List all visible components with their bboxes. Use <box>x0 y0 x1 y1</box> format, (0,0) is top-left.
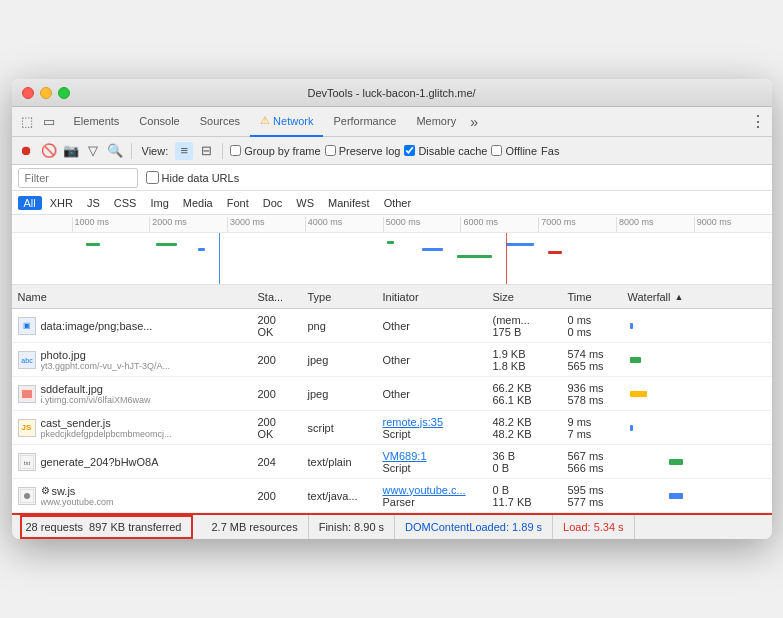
ruler-2000: 2000 ms <box>149 217 227 232</box>
type-img-button[interactable]: Img <box>144 196 174 210</box>
cell-waterfall-4 <box>628 411 766 444</box>
table-row[interactable]: ⚙ sw.js www.youtube.com 200 text/java...… <box>12 479 772 513</box>
cell-time-2: 574 ms 565 ms <box>568 348 628 372</box>
search-icon[interactable]: 🔍 <box>106 142 124 160</box>
table-header: Name Sta... Type Initiator Size Time Wat… <box>12 285 772 309</box>
table-row[interactable]: abc photo.jpg yt3.ggpht.com/-vu_v-hJT-3Q… <box>12 343 772 377</box>
fast-3g-label: Fas <box>541 145 559 157</box>
filter-input[interactable] <box>18 168 138 188</box>
cell-name-5: txt generate_204?bHwO8A <box>18 453 258 471</box>
timeline-bar-blue2 <box>422 248 443 251</box>
type-doc-button[interactable]: Doc <box>257 196 289 210</box>
cell-size-2: 1.9 KB 1.8 KB <box>493 348 568 372</box>
type-all-button[interactable]: All <box>18 196 42 210</box>
cell-name-2: abc photo.jpg yt3.ggpht.com/-vu_v-hJT-3Q… <box>18 349 258 371</box>
ruler-6000: 6000 ms <box>460 217 538 232</box>
title-bar: DevTools - luck-bacon-1.glitch.me/ <box>12 79 772 107</box>
type-manifest-button[interactable]: Manifest <box>322 196 376 210</box>
tab-performance[interactable]: Performance <box>323 107 406 137</box>
type-font-button[interactable]: Font <box>221 196 255 210</box>
ruler-7000: 7000 ms <box>538 217 616 232</box>
sort-arrow-icon: ▲ <box>675 292 684 302</box>
tab-network[interactable]: ⚠ Network <box>250 107 323 137</box>
svg-point-7 <box>24 493 30 499</box>
table-row[interactable]: sddefault.jpg i.ytimg.com/vi/6lfaiXM6waw… <box>12 377 772 411</box>
cell-time-1: 0 ms 0 ms <box>568 314 628 338</box>
traffic-lights <box>22 87 70 99</box>
tab-sources[interactable]: Sources <box>190 107 250 137</box>
stop-button[interactable]: 🚫 <box>40 142 58 160</box>
file-icon-5: txt <box>18 453 36 471</box>
cell-name-text-2: photo.jpg yt3.ggpht.com/-vu_v-hJT-3Q/A..… <box>41 349 171 371</box>
wf-bar-6 <box>669 493 683 499</box>
status-resources: 2.7 MB resources <box>201 515 308 539</box>
disable-cache-checkbox[interactable]: Disable cache <box>404 145 487 157</box>
camera-icon[interactable]: 📷 <box>62 142 80 160</box>
ruler-1000: 1000 ms <box>72 217 150 232</box>
type-js-button[interactable]: JS <box>81 196 106 210</box>
type-xhr-button[interactable]: XHR <box>44 196 79 210</box>
group-by-frame-checkbox[interactable]: Group by frame <box>230 145 320 157</box>
maximize-button[interactable] <box>58 87 70 99</box>
cell-type-3: jpeg <box>308 388 383 400</box>
type-css-button[interactable]: CSS <box>108 196 143 210</box>
close-button[interactable] <box>22 87 34 99</box>
col-header-name[interactable]: Name <box>18 291 258 303</box>
cursor-icon[interactable]: ⬚ <box>18 113 36 131</box>
cell-name-text-5: generate_204?bHwO8A <box>41 456 159 468</box>
col-header-waterfall[interactable]: Waterfall ▲ <box>628 291 766 303</box>
cell-name-1: ▣ data:image/png;base... <box>18 317 258 335</box>
separator <box>131 143 132 159</box>
cell-name-4: JS cast_sender.js pkedcjkdefgpdelpbcmbme… <box>18 417 258 439</box>
wf-bar-4 <box>630 425 633 431</box>
status-requests: 28 requests 897 KB transferred <box>20 515 194 539</box>
cell-status-6: 200 <box>258 490 308 502</box>
minimize-button[interactable] <box>40 87 52 99</box>
cell-size-1: (mem... 175 B <box>493 314 568 338</box>
wf-bar-3 <box>630 391 647 397</box>
wf-bar-1 <box>630 323 633 329</box>
record-button[interactable]: ⏺ <box>18 142 36 160</box>
offline-checkbox[interactable]: Offline <box>491 145 537 157</box>
more-tabs-button[interactable]: » <box>470 114 478 130</box>
grouped-view-button[interactable]: ⊟ <box>197 142 215 160</box>
table-row[interactable]: ▣ data:image/png;base... 200 OK png Othe… <box>12 309 772 343</box>
list-view-button[interactable]: ≡ <box>175 142 193 160</box>
cell-waterfall-5 <box>628 445 766 478</box>
cell-type-6: text/java... <box>308 490 383 502</box>
col-header-size[interactable]: Size <box>493 291 568 303</box>
timeline-bar-red1 <box>548 251 562 254</box>
table-row[interactable]: txt generate_204?bHwO8A 204 text/plain V… <box>12 445 772 479</box>
type-ws-button[interactable]: WS <box>290 196 320 210</box>
type-other-button[interactable]: Other <box>378 196 418 210</box>
col-header-type[interactable]: Type <box>308 291 383 303</box>
cell-time-5: 567 ms 566 ms <box>568 450 628 474</box>
type-media-button[interactable]: Media <box>177 196 219 210</box>
tab-memory[interactable]: Memory <box>406 107 466 137</box>
cell-name-6: ⚙ sw.js www.youtube.com <box>18 485 258 507</box>
col-header-time[interactable]: Time <box>568 291 628 303</box>
timeline-vline-red <box>506 233 507 285</box>
hide-data-urls-checkbox[interactable]: Hide data URLs <box>146 171 240 184</box>
cell-initiator-1: Other <box>383 320 493 332</box>
cell-status-1: 200 OK <box>258 314 308 338</box>
col-header-status[interactable]: Sta... <box>258 291 308 303</box>
cell-name-text-6: ⚙ sw.js www.youtube.com <box>41 485 114 507</box>
ruler-4000: 4000 ms <box>305 217 383 232</box>
tab-console[interactable]: Console <box>129 107 189 137</box>
devtools-menu-button[interactable]: ⋮ <box>750 112 766 131</box>
svg-text:txt: txt <box>23 460 30 466</box>
file-icon-2: abc <box>18 351 36 369</box>
filter-icon[interactable]: ▽ <box>84 142 102 160</box>
table-row[interactable]: JS cast_sender.js pkedcjkdefgpdelpbcmbme… <box>12 411 772 445</box>
preserve-log-checkbox[interactable]: Preserve log <box>325 145 401 157</box>
col-header-initiator[interactable]: Initiator <box>383 291 493 303</box>
type-filter-bar: All XHR JS CSS Img Media Font Doc WS Man… <box>12 191 772 215</box>
cell-name-text-3: sddefault.jpg i.ytimg.com/vi/6lfaiXM6waw <box>41 383 151 405</box>
cell-size-6: 0 B 11.7 KB <box>493 484 568 508</box>
tab-elements[interactable]: Elements <box>64 107 130 137</box>
device-icon[interactable]: ▭ <box>40 113 58 131</box>
status-bar: 28 requests 897 KB transferred 2.7 MB re… <box>12 513 772 539</box>
cell-initiator-2: Other <box>383 354 493 366</box>
cell-initiator-5: VM689:1 Script <box>383 450 493 474</box>
